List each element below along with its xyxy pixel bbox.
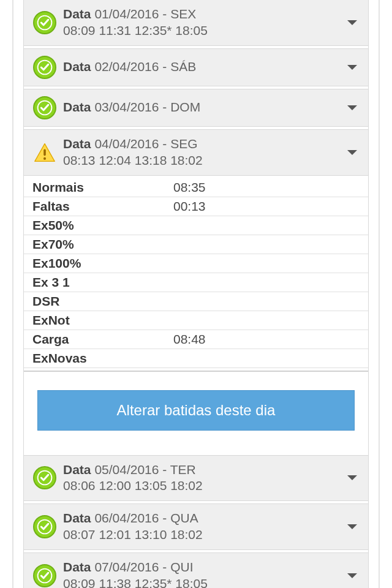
entry-times: 08:09 11:31 12:35* 18:05 [63,23,208,37]
accordion-header[interactable]: Data 05/04/2016 - TER 08:06 12:00 13:05 … [24,455,368,502]
data-label: Data [63,100,91,114]
data-label: Data [63,462,91,477]
detail-key: Normais [32,180,173,195]
svg-point-10 [43,157,46,159]
detail-row: Ex100% [24,254,368,273]
detail-row: Ex50% [24,216,368,235]
entry-date: 03/04/2016 - DOM [94,100,200,114]
chevron-down-icon [345,104,360,111]
detail-row: DSR [24,292,368,311]
chevron-down-icon [345,19,360,26]
data-label: Data [63,511,91,525]
change-entries-button[interactable]: Alterar batidas deste dia [37,390,355,431]
details-panel: Normais08:35 Faltas00:13 Ex50% Ex70% Ex1… [24,176,368,455]
svg-rect-9 [43,149,46,156]
accordion-header[interactable]: Data 04/04/2016 - SEG 08:13 12:04 13:18 … [24,129,368,176]
detail-key: Ex 3 1 [32,275,173,290]
entry-times: 08:06 12:00 13:05 18:02 [63,478,203,492]
detail-key: Carga [32,332,173,347]
check-icon [32,466,57,490]
entry-times: 08:09 11:38 12:35* 18:05 [63,576,208,588]
detail-value [173,294,360,309]
chevron-down-icon [345,149,360,156]
detail-key: Ex70% [32,237,173,252]
detail-value [173,313,360,328]
check-icon [32,10,57,35]
data-label: Data [63,7,91,21]
entry-date: 06/04/2016 - QUA [94,511,198,525]
detail-row: ExNot [24,311,368,330]
entry-date: 02/04/2016 - SÁB [94,59,196,74]
entry-date: 01/04/2016 - SEX [94,7,196,21]
entry-text: Data 01/04/2016 - SEX 08:09 11:31 12:35*… [63,6,345,39]
entry-text: Data 03/04/2016 - DOM [63,99,345,116]
chevron-down-icon [345,64,360,71]
entry-date: 05/04/2016 - TER [94,462,195,477]
check-icon [32,564,57,588]
accordion-header[interactable]: Data 01/04/2016 - SEX 08:09 11:31 12:35*… [24,0,368,46]
entry-text: Data 04/04/2016 - SEG 08:13 12:04 13:18 … [63,136,345,169]
detail-row: ExNovas [24,349,368,368]
check-icon [32,96,57,120]
entry-text: Data 02/04/2016 - SÁB [63,59,345,75]
data-label: Data [63,560,91,574]
detail-value: 08:35 [173,180,360,195]
accordion-header[interactable]: Data 03/04/2016 - DOM [24,89,368,127]
detail-value [173,237,360,252]
detail-key: ExNovas [32,351,173,366]
entry-date: 04/04/2016 - SEG [94,137,197,151]
accordion-header[interactable]: Data 02/04/2016 - SÁB [24,48,368,86]
warning-icon [32,140,57,165]
entry-date: 07/04/2016 - QUI [94,560,193,574]
entry-text: Data 05/04/2016 - TER 08:06 12:00 13:05 … [63,462,345,495]
detail-row: Ex70% [24,235,368,254]
data-label: Data [63,137,91,151]
detail-row: Normais08:35 [24,178,368,197]
entry-text: Data 07/04/2016 - QUI 08:09 11:38 12:35*… [63,559,345,588]
detail-value [173,256,360,271]
chevron-down-icon [345,474,360,481]
detail-key: Ex100% [32,256,173,271]
accordion-list: Data 01/04/2016 - SEX 08:09 11:31 12:35*… [23,0,369,588]
detail-value [173,351,360,366]
button-area: Alterar batidas deste dia [24,371,368,455]
entry-text: Data 06/04/2016 - QUA 08:07 12:01 13:10 … [63,510,345,543]
detail-row: Ex 3 1 [24,273,368,292]
detail-value: 00:13 [173,199,360,214]
check-icon [32,514,57,539]
detail-key: DSR [32,294,173,309]
detail-value: 08:48 [173,332,360,347]
detail-key: Ex50% [32,218,173,233]
accordion-header[interactable]: Data 06/04/2016 - QUA 08:07 12:01 13:10 … [24,503,368,550]
check-icon [32,55,57,80]
detail-value [173,275,360,290]
entry-times: 08:13 12:04 13:18 18:02 [63,153,203,167]
detail-value [173,218,360,233]
chevron-down-icon [345,523,360,530]
accordion-header[interactable]: Data 07/04/2016 - QUI 08:09 11:38 12:35*… [24,552,368,588]
detail-key: ExNot [32,313,173,328]
chevron-down-icon [345,572,360,579]
entry-times: 08:07 12:01 13:10 18:02 [63,527,203,541]
detail-key: Faltas [32,199,173,214]
detail-row: Carga08:48 [24,330,368,349]
detail-row: Faltas00:13 [24,197,368,216]
data-label: Data [63,59,91,74]
